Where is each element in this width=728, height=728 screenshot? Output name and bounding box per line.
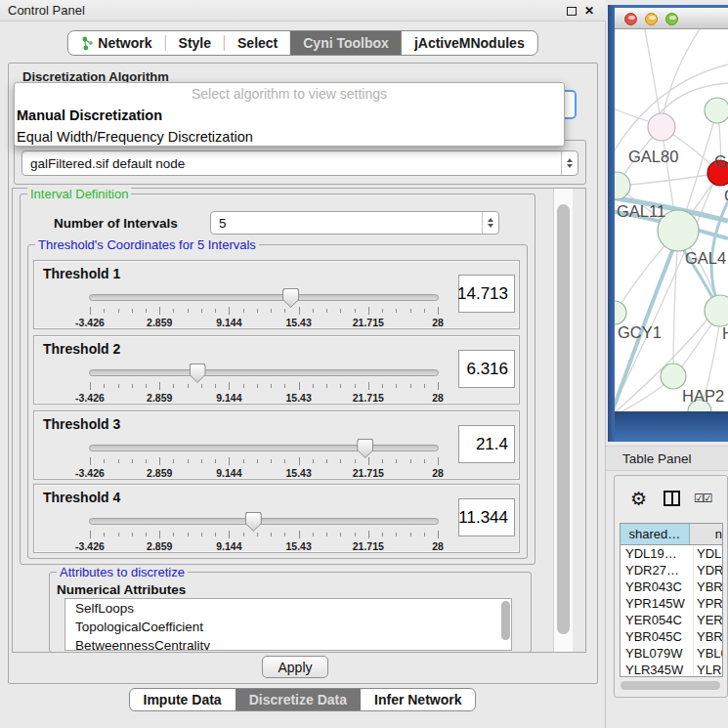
tick-label: -3.426 xyxy=(75,392,105,404)
slider-track[interactable] xyxy=(89,518,439,525)
slider-thumb[interactable] xyxy=(357,439,373,458)
cell-name[interactable]: YER0 xyxy=(694,612,722,628)
network-window-titlebar[interactable] xyxy=(615,8,728,29)
tick-label: -3.426 xyxy=(75,467,105,479)
top-tabbar: NetworkStyleSelectCyni ToolboxjActiveMNo… xyxy=(66,30,537,56)
minimize-traffic-light-icon[interactable] xyxy=(645,13,658,25)
number-of-intervals-combobox[interactable]: 5 xyxy=(210,211,499,235)
cell-name[interactable]: YPR1 xyxy=(694,595,722,612)
tab-infer-network[interactable]: Infer Network xyxy=(361,689,475,710)
table-row[interactable]: YBR043CYBR0 xyxy=(621,578,722,595)
combo-stepper-icon[interactable] xyxy=(561,151,578,175)
apply-button[interactable]: Apply xyxy=(262,656,328,678)
table-row[interactable]: YLR345WYLR3 xyxy=(621,662,722,677)
threshold-label: Threshold 4 xyxy=(43,490,120,505)
cell-name[interactable]: YBL0 xyxy=(694,645,722,662)
node-label-h: H xyxy=(722,324,728,342)
network-node[interactable] xyxy=(705,295,728,326)
tab-jactivemnodules[interactable]: jActiveMNodules xyxy=(402,31,537,55)
cell-name[interactable]: YDL1 xyxy=(694,545,722,562)
node-label-gcy1: GCY1 xyxy=(618,323,662,341)
column-header-shared-name[interactable]: shared… xyxy=(621,524,690,544)
network-node[interactable] xyxy=(661,364,686,389)
vertical-scrollbar[interactable] xyxy=(553,189,573,652)
threshold-panel: Threshold 3 -3.4262.8599.14415.4321.7152… xyxy=(33,410,520,480)
column-header-name[interactable]: n xyxy=(690,524,722,544)
slider-tick-labels: -3.4262.8599.14415.4321.71528 xyxy=(89,392,439,404)
cell-shared-name[interactable]: YDR27… xyxy=(621,562,694,578)
cell-shared-name[interactable]: YDL19… xyxy=(621,545,694,562)
table-row[interactable]: YER054CYER0 xyxy=(621,612,722,628)
dropdown-item-equal-width-frequency-discretization[interactable]: Equal Width/Frequency Discretization xyxy=(15,126,564,147)
tab-cyni-toolbox[interactable]: Cyni Toolbox xyxy=(290,31,402,55)
cell-name[interactable]: YBR0 xyxy=(694,578,722,595)
slider-track[interactable] xyxy=(89,369,439,376)
cell-name[interactable]: YLR3 xyxy=(694,662,722,677)
slider-thumb[interactable] xyxy=(190,364,206,383)
node-label-gal4: GAL4 xyxy=(685,249,726,267)
tick-label: 28 xyxy=(432,540,444,552)
horizontal-scrollbar-thumb[interactable] xyxy=(621,681,720,690)
combo-stepper-icon[interactable] xyxy=(482,212,498,234)
network-canvas[interactable]: GAL80GACGAL11GAL4GCY1HHAP2 xyxy=(615,29,728,411)
node-label-gal80: GAL80 xyxy=(628,148,678,165)
table-data-combobox[interactable]: galFiltered.sif default node xyxy=(21,150,578,176)
cell-shared-name[interactable]: YBR045C xyxy=(621,628,694,645)
cell-shared-name[interactable]: YBL079W xyxy=(621,645,694,662)
cell-shared-name[interactable]: YPR145W xyxy=(621,595,694,612)
table-row[interactable]: YDR27…YDR2 xyxy=(621,562,722,578)
network-edge xyxy=(677,318,716,373)
threshold-value-box[interactable]: 11.344 xyxy=(458,498,515,536)
threshold-slider[interactable]: -3.4262.8599.14415.4321.71528 xyxy=(89,441,439,478)
cell-shared-name[interactable]: YBR043C xyxy=(621,578,694,595)
threshold-slider[interactable]: -3.4262.8599.14415.4321.71528 xyxy=(89,514,439,551)
table-row[interactable]: YDL19…YDL1 xyxy=(621,545,722,562)
tab-discretize-data[interactable]: Discretize Data xyxy=(236,689,361,710)
cell-name[interactable]: YDR2 xyxy=(694,562,722,578)
gear-icon[interactable]: ⚙ xyxy=(630,490,647,508)
threshold-value-box[interactable]: 6.316 xyxy=(458,350,515,388)
slider-track[interactable] xyxy=(89,445,439,451)
threshold-label: Threshold 3 xyxy=(43,416,120,432)
dropdown-prompt[interactable]: Select algorithm to view settings xyxy=(15,83,564,105)
list-scrollbar-thumb[interactable] xyxy=(501,601,510,640)
dropdown-item-manual-discretization[interactable]: Manual Discretization xyxy=(15,105,564,126)
network-node[interactable] xyxy=(648,113,675,141)
horizontal-scrollbar[interactable] xyxy=(621,681,724,691)
float-window-icon[interactable] xyxy=(567,7,577,16)
tab-network[interactable]: Network xyxy=(67,31,164,55)
cell-shared-name[interactable]: YER054C xyxy=(621,612,694,628)
table-row[interactable]: YBR045CYBR0 xyxy=(621,628,722,645)
columns-icon[interactable] xyxy=(664,491,680,506)
tab-select[interactable]: Select xyxy=(225,31,290,55)
table-row[interactable]: YBL079WYBL0 xyxy=(621,645,722,662)
table-row[interactable]: YPR145WYPR1 xyxy=(621,595,722,612)
slider-thumb[interactable] xyxy=(245,512,262,532)
numerical-attributes-list[interactable]: SelfLoopsTopologicalCoefficientBetweenne… xyxy=(64,598,512,651)
table-toolbar: ⚙ ☑☑ xyxy=(615,476,728,521)
cell-shared-name[interactable]: YLR345W xyxy=(621,662,694,677)
network-node[interactable] xyxy=(705,98,728,123)
slider-ticks xyxy=(89,457,439,466)
tick-label: 2.859 xyxy=(147,317,172,328)
attribute-item-topologicalcoefficient[interactable]: TopologicalCoefficient xyxy=(65,618,511,636)
close-traffic-light-icon[interactable] xyxy=(624,13,637,25)
tab-style[interactable]: Style xyxy=(166,31,224,55)
attribute-item-selfloops[interactable]: SelfLoops xyxy=(65,599,511,618)
tab-impute-data[interactable]: Impute Data xyxy=(130,689,236,710)
threshold-value-box[interactable]: 14.713 xyxy=(458,275,515,313)
threshold-slider[interactable]: -3.4262.8599.14415.4321.71528 xyxy=(89,290,439,327)
threshold-value-box[interactable]: 21.4 xyxy=(458,425,515,463)
close-icon[interactable]: ✕ xyxy=(584,5,594,17)
cell-name[interactable]: YBR0 xyxy=(694,628,722,645)
attribute-item-betweennesscentrality[interactable]: BetweennessCentrality xyxy=(65,636,511,651)
network-node[interactable] xyxy=(615,301,626,324)
slider-track[interactable] xyxy=(89,294,439,301)
zoom-traffic-light-icon[interactable] xyxy=(665,13,678,25)
tab-label: Select xyxy=(237,35,278,51)
slider-ticks xyxy=(89,382,439,391)
threshold-slider[interactable]: -3.4262.8599.14415.4321.71528 xyxy=(89,365,439,403)
slider-thumb[interactable] xyxy=(282,288,299,308)
vertical-scrollbar-thumb[interactable] xyxy=(557,204,570,634)
checkboxes-icon[interactable]: ☑☑ xyxy=(694,492,711,505)
